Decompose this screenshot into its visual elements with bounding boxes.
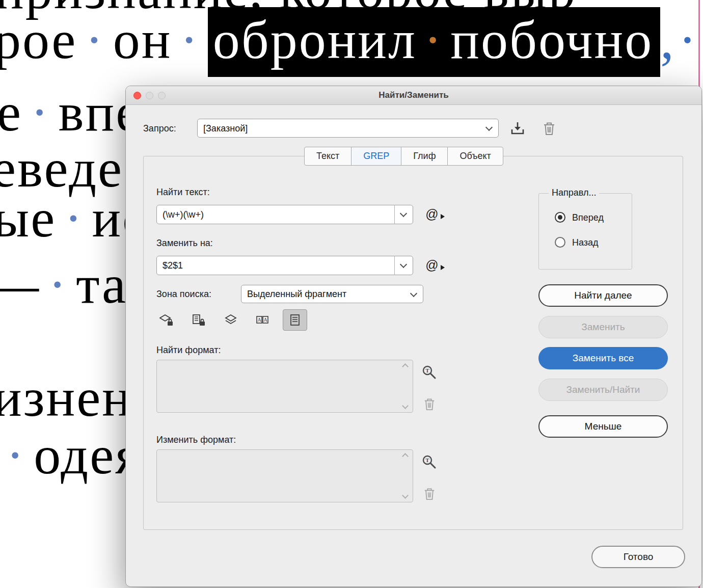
document-text: ые [0,189,56,248]
done-button[interactable]: Готово [591,546,685,568]
locked-layers-icon [159,314,174,326]
document-text: е [0,83,22,142]
minimize-button[interactable] [146,92,153,99]
interpunct-hidden-char: · [31,83,50,142]
footnotes-icon [288,314,302,326]
hidden-layers-icon [224,314,238,326]
document-text: рое [0,10,77,70]
interpunct-hidden-char: · [64,189,84,248]
include-locked-stories-toggle[interactable] [186,309,211,331]
window-title: Найти/Заменить [378,90,448,100]
delete-query-button[interactable] [539,119,559,138]
find-change-dialog: Найти/Заменить Запрос: [Заказной] Текст … [125,86,702,587]
query-label: Запрос: [143,123,176,134]
query-select[interactable]: [Заказной] [197,119,499,138]
save-query-button[interactable] [508,119,527,138]
tab-grep[interactable]: GREP [351,147,401,166]
direction-label: Направл... [549,188,599,198]
window-controls [133,86,166,104]
tab-text[interactable]: Текст [304,147,352,166]
locked-story-icon [192,314,206,326]
tab-object[interactable]: Объект [447,147,503,166]
case-sensitive-icon: A A [256,314,270,326]
interpunct-hidden-char: · [679,10,698,70]
close-button[interactable] [133,92,141,99]
document-line: еведе [0,142,123,196]
chevron-down-icon [485,124,493,131]
title-bar[interactable]: Найти/Заменить [126,86,701,105]
svg-text:A: A [263,317,267,323]
include-hidden-layers-toggle[interactable] [219,309,243,331]
document-line: рое·он·обронил·побочно,· [0,13,701,67]
include-locked-layers-toggle[interactable] [154,309,179,331]
search-scope-toggles: A A [154,309,307,331]
selected-text[interactable]: обронил·побочно [208,7,661,77]
query-select-value: [Заказной] [203,123,248,133]
document-line: е·впе [0,86,141,140]
zoom-button[interactable] [158,92,166,99]
trash-icon [543,121,556,136]
main-groupbox [143,156,683,530]
selected-word: побочно [450,10,653,70]
tab-glyph[interactable]: Глиф [401,147,448,166]
interpunct-hidden-char: · [6,425,25,485]
document-text: , [660,10,675,70]
tab-bar: Текст GREP Глиф Объект [304,147,503,166]
interpunct-hidden-char: · [424,10,443,70]
include-footnotes-toggle[interactable] [283,309,307,331]
document-text: он [113,10,172,70]
selected-word: обронил [213,10,417,70]
case-sensitive-toggle[interactable]: A A [251,309,275,331]
document-text: изнен [0,368,132,427]
svg-text:A: A [257,317,261,323]
interpunct-hidden-char: · [180,10,199,70]
interpunct-hidden-char: · [48,255,68,314]
save-query-icon [510,121,525,136]
interpunct-hidden-char: · [85,10,104,70]
document-text: — [0,255,40,314]
